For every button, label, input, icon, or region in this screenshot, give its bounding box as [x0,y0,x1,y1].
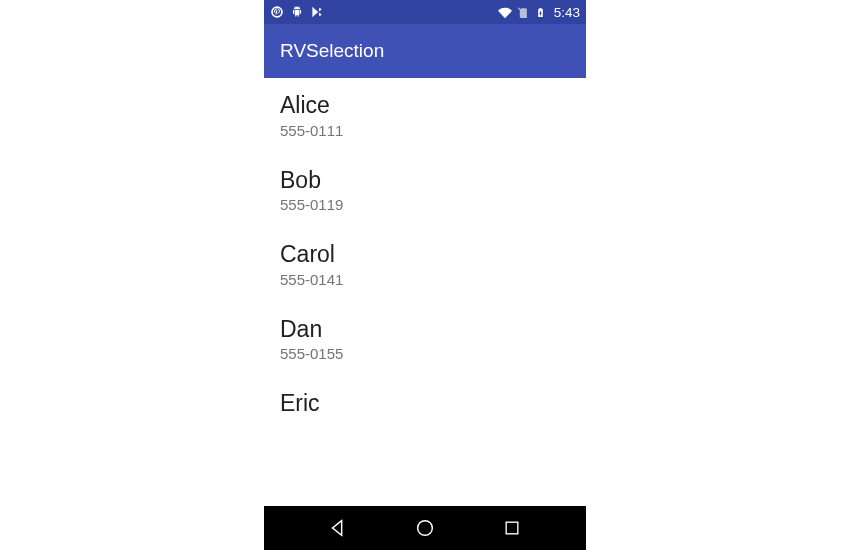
list-item[interactable]: Eric [264,376,586,418]
no-sim-icon [516,5,530,19]
device-frame: 5:43 RVSelection Alice 555-0111 Bob 555-… [264,0,586,550]
contact-list[interactable]: Alice 555-0111 Bob 555-0119 Carol 555-01… [264,78,586,506]
list-item[interactable]: Bob 555-0119 [264,153,586,228]
list-item[interactable]: Alice 555-0111 [264,78,586,153]
list-item[interactable]: Carol 555-0141 [264,227,586,302]
contact-name: Alice [280,92,570,120]
contact-name: Carol [280,241,570,269]
app-title: RVSelection [280,40,384,62]
back-button[interactable] [318,508,358,548]
play-store-icon [310,5,324,19]
app-bar: RVSelection [264,24,586,78]
status-bar: 5:43 [264,0,586,24]
svg-rect-4 [506,522,518,534]
navigation-bar [264,506,586,550]
wifi-icon [498,5,512,19]
contact-phone: 555-0141 [280,271,570,288]
recents-button[interactable] [492,508,532,548]
contact-name: Dan [280,316,570,344]
home-button[interactable] [405,508,445,548]
contact-name: Eric [280,390,570,418]
contact-phone: 555-0119 [280,196,570,213]
battery-charging-icon [534,5,548,19]
android-icon [290,5,304,19]
status-time: 5:43 [554,5,580,20]
status-left [270,5,324,19]
pinterest-icon [270,5,284,19]
svg-point-3 [418,521,433,536]
status-right: 5:43 [498,5,580,20]
contact-name: Bob [280,167,570,195]
contact-phone: 555-0155 [280,345,570,362]
list-item[interactable]: Dan 555-0155 [264,302,586,377]
contact-phone: 555-0111 [280,122,570,139]
